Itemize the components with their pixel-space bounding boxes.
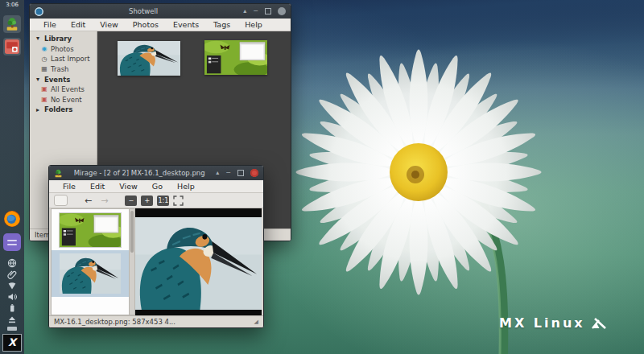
expander-icon[interactable]: ▾ — [34, 35, 42, 43]
minimize-icon[interactable]: − — [253, 8, 258, 14]
fullscreen-button[interactable] — [173, 196, 184, 206]
sidebar-item-photos[interactable]: ◉ Photos — [30, 44, 97, 55]
window-title: Shotwell — [47, 7, 240, 15]
menu-edit[interactable]: Edit — [83, 182, 112, 191]
back-button[interactable]: ← — [82, 196, 94, 205]
taskbar-panel: 3:06 — [0, 0, 24, 354]
mirage-image-view — [135, 208, 262, 315]
menu-file[interactable]: File — [56, 182, 83, 191]
photos-icon: ◉ — [40, 45, 48, 53]
menu-edit[interactable]: Edit — [64, 20, 93, 29]
mirage-thumbnail-pane — [51, 208, 130, 315]
sidebar-item-trash[interactable]: ▦ Trash — [30, 64, 97, 75]
minimize-icon[interactable]: − — [225, 170, 231, 176]
main-image-kingfisher — [135, 217, 262, 310]
sidebar-item-no-event[interactable]: ▣ No Event — [30, 95, 97, 105]
app-menu-icon[interactable] — [3, 233, 21, 251]
menu-events[interactable]: Events — [166, 20, 206, 29]
menu-view[interactable]: View — [112, 182, 145, 191]
thumbnail-kingfisher-selected[interactable] — [60, 253, 121, 294]
shotwell-launcher-icon[interactable] — [3, 15, 21, 33]
trash-icon: ▦ — [40, 65, 48, 73]
sidebar-section-events[interactable]: ▾ Events — [30, 75, 97, 85]
zoom-actual-button[interactable]: 1:1 — [157, 196, 169, 206]
rollup-icon[interactable]: ▴ — [243, 8, 246, 14]
thumbnail-desktop-screenshot[interactable] — [60, 213, 121, 247]
maximize-icon[interactable] — [265, 8, 271, 14]
mirage-statusbar: MX-16.1_desktop.png: 587x453 4... ◢ — [49, 315, 263, 327]
sidebar-item-all-events[interactable]: ▣ All Events — [30, 84, 97, 95]
shotwell-titlebar[interactable]: Shotwell ▴ − — [30, 4, 291, 19]
shotwell-app-icon — [35, 7, 43, 16]
thumbnail-scrollbar[interactable] — [130, 208, 135, 315]
menu-help[interactable]: Help — [237, 20, 270, 29]
menu-help[interactable]: Help — [170, 182, 202, 191]
panel-clock: 3:06 — [6, 2, 19, 8]
show-desktop-button[interactable] — [7, 327, 17, 331]
sidebar-section-library[interactable]: ▾ Library — [30, 34, 97, 44]
zoom-in-button[interactable]: + — [141, 196, 153, 206]
mx-menu-button[interactable]: X — [2, 334, 22, 352]
last-import-icon: ◷ — [40, 56, 48, 64]
mx-logo-icon — [592, 317, 606, 329]
no-event-icon: ▣ — [40, 96, 48, 104]
mirage-titlebar[interactable]: Mirage - [2 of 2] MX-16.1_desktop.png ▴ … — [49, 166, 263, 180]
forward-button[interactable]: → — [98, 196, 110, 205]
volume-icon[interactable] — [6, 291, 18, 302]
open-file-button[interactable] — [54, 195, 68, 206]
thumbnail-selection — [52, 250, 129, 297]
wifi-icon[interactable] — [6, 280, 18, 290]
all-events-icon: ▣ — [40, 85, 48, 93]
window-title: Mirage - [2 of 2] MX-16.1_desktop.png — [66, 169, 213, 177]
menu-view[interactable]: View — [93, 20, 126, 29]
close-icon[interactable] — [250, 169, 258, 177]
close-icon[interactable] — [278, 7, 286, 15]
statusbar-resize-grip[interactable]: ◢ — [254, 319, 258, 325]
firefox-icon[interactable] — [3, 210, 21, 228]
thumbnail-desktop-screenshot[interactable] — [204, 40, 267, 75]
system-tray — [6, 257, 18, 324]
shotwell-menubar: File Edit View Photos Events Tags Help — [30, 19, 291, 31]
menu-photos[interactable]: Photos — [126, 20, 166, 29]
mirage-app-icon — [54, 169, 63, 178]
mirage-window: Mirage - [2 of 2] MX-16.1_desktop.png ▴ … — [48, 165, 264, 328]
mirage-menubar: File Edit View Go Help — [49, 180, 263, 193]
clipboard-icon[interactable] — [6, 269, 18, 279]
menu-file[interactable]: File — [36, 20, 64, 29]
menu-tags[interactable]: Tags — [206, 20, 237, 29]
menu-go[interactable]: Go — [145, 182, 170, 191]
brand-text: MX Linux — [499, 315, 585, 331]
network-icon[interactable] — [6, 257, 18, 268]
rollup-icon[interactable]: ▴ — [216, 170, 219, 176]
status-text: MX-16.1_desktop.png: 587x453 4... — [54, 318, 175, 326]
expander-icon[interactable]: ▸ — [34, 106, 42, 114]
zoom-out-button[interactable]: − — [125, 196, 137, 206]
eject-icon[interactable] — [6, 314, 18, 324]
sidebar-section-folders[interactable]: ▸ Folders — [30, 105, 97, 115]
thumbnail-kingfisher[interactable] — [118, 41, 180, 76]
mx-linux-brand: MX Linux — [499, 315, 606, 331]
sidebar-item-last-import[interactable]: ◷ Last Import — [30, 54, 97, 64]
maximize-icon[interactable] — [237, 170, 244, 176]
mirage-launcher-icon[interactable] — [3, 38, 21, 56]
desktop: MX Linux 3:06 — [0, 0, 644, 354]
mirage-toolbar: ← → − + 1:1 — [49, 193, 263, 208]
expander-icon[interactable]: ▾ — [34, 76, 42, 84]
battery-icon[interactable] — [6, 303, 18, 313]
